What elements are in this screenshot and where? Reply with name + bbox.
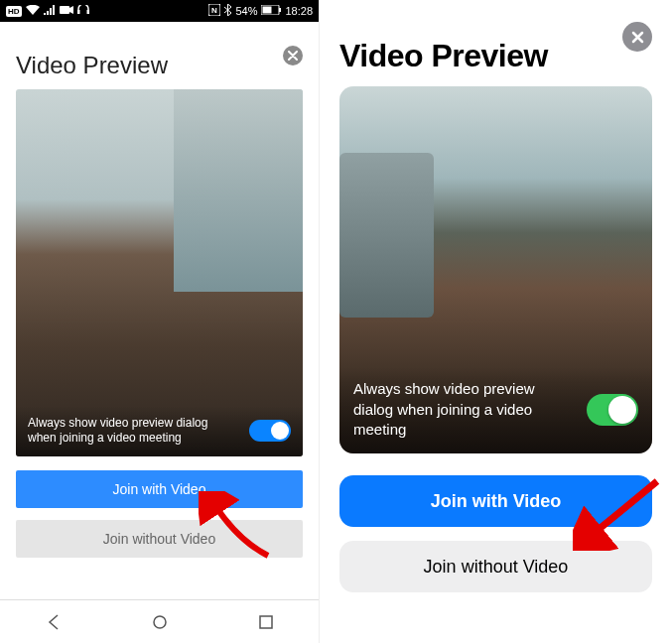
back-button[interactable] xyxy=(45,613,63,631)
svg-point-8 xyxy=(154,616,166,628)
svg-rect-0 xyxy=(60,6,69,14)
close-button[interactable] xyxy=(283,46,303,65)
close-icon xyxy=(288,51,298,61)
join-without-video-label: Join without Video xyxy=(424,557,569,578)
hd-icon: HD xyxy=(6,6,22,17)
android-screen: HD N 54% 18:28 Video Preview xyxy=(0,0,320,643)
svg-rect-2 xyxy=(86,10,89,14)
wifi-icon xyxy=(26,5,40,17)
svg-rect-1 xyxy=(77,10,80,14)
join-without-video-button[interactable]: Join without Video xyxy=(339,541,652,592)
ios-screen: Video Preview Always show video preview … xyxy=(320,0,672,643)
battery-percent: 54% xyxy=(235,5,257,17)
svg-rect-7 xyxy=(279,8,281,12)
svg-text:N: N xyxy=(212,6,218,15)
page-title: Video Preview xyxy=(16,52,303,79)
status-time: 18:28 xyxy=(285,5,313,17)
button-group: Join with Video Join without Video xyxy=(320,453,672,592)
signal-icon xyxy=(44,5,56,17)
close-icon xyxy=(631,31,644,44)
recents-button[interactable] xyxy=(258,614,274,630)
always-show-toggle[interactable] xyxy=(249,420,291,442)
header: Video Preview xyxy=(320,0,672,86)
always-show-label: Always show video preview dialog when jo… xyxy=(353,379,577,440)
nfc-icon: N xyxy=(208,4,220,18)
bluetooth-icon xyxy=(224,4,231,18)
page-title: Video Preview xyxy=(339,38,652,74)
preview-overlay: Always show video preview dialog when jo… xyxy=(339,367,652,453)
always-show-toggle[interactable] xyxy=(587,394,638,426)
join-without-video-label: Join without Video xyxy=(103,531,215,547)
battery-icon xyxy=(261,5,281,17)
join-with-video-button[interactable]: Join with Video xyxy=(16,470,303,508)
join-with-video-button[interactable]: Join with Video xyxy=(339,475,652,527)
button-group: Join with Video Join without Video xyxy=(0,456,319,558)
status-bar: HD N 54% 18:28 xyxy=(0,0,319,22)
header: Video Preview xyxy=(0,22,319,89)
headphone-icon xyxy=(77,5,89,17)
always-show-label: Always show video preview dialog when jo… xyxy=(28,416,239,447)
close-button[interactable] xyxy=(622,22,652,52)
camera-icon xyxy=(60,5,73,17)
home-button[interactable] xyxy=(151,613,169,631)
android-nav-bar xyxy=(0,599,319,643)
svg-rect-6 xyxy=(263,7,272,14)
svg-rect-9 xyxy=(260,616,272,628)
join-with-video-label: Join with Video xyxy=(113,481,206,497)
join-with-video-label: Join with Video xyxy=(431,491,562,512)
video-preview: Always show video preview dialog when jo… xyxy=(339,86,652,453)
video-preview: Always show video preview dialog when jo… xyxy=(16,89,303,456)
join-without-video-button[interactable]: Join without Video xyxy=(16,520,303,558)
preview-overlay: Always show video preview dialog when jo… xyxy=(16,406,303,456)
